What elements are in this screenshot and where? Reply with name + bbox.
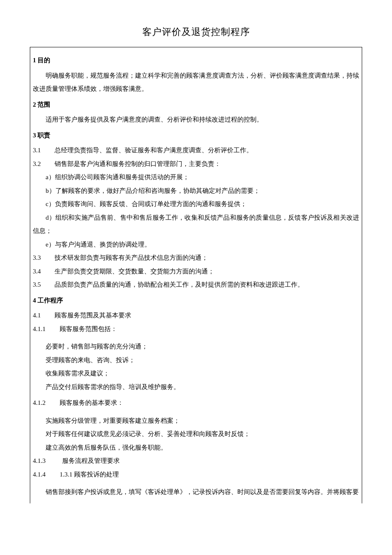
list-411-item: 收集顾客需求及建议； — [33, 367, 359, 381]
sub-item-a: a）组织协调公司顾客沟通和服务提供活动的开展； — [33, 171, 359, 184]
item-number: 3.2 — [33, 157, 48, 171]
item-text: 服务流程及管理要求 — [62, 454, 359, 468]
list-412-item: 建立高效的售后服务队伍，强化服务职能。 — [33, 441, 359, 455]
item-number: 4.1.3 — [33, 454, 53, 468]
item-text: 顾客服务范围及其基本要求 — [55, 309, 359, 323]
item-number: 3.5 — [33, 278, 48, 292]
item-number: 3.4 — [33, 265, 48, 279]
section-1-body: 明确服务职能，规范服务流程；建立科学和完善的顾客满意度调查方法，分析、评价顾客满… — [33, 69, 359, 96]
item-number: 4.1.4 — [33, 468, 53, 482]
item-text: 1.3.1 顾客投诉的处理 — [60, 468, 359, 482]
item-3-3: 3.3 技术研发部负责与顾客有关产品技术信息方面的沟通； — [33, 251, 359, 265]
document-body-frame: 1 目的 明确服务职能，规范服务流程；建立科学和完善的顾客满意度调查方法，分析、… — [30, 47, 362, 503]
item-text: 顾客服务范围包括： — [60, 323, 359, 336]
list-412-item: 对于顾客任何建议或意见必须记录、分析、妥善处理和向顾客及时反馈； — [33, 427, 359, 441]
item-text: 顾客服务的基本要求： — [60, 396, 359, 410]
item-text: 生产部负责交货期限、交货数量、交货能力方面的沟通； — [55, 265, 359, 279]
item-3-5: 3.5 品质部负责产品质量的沟通，协助配合相关工作，及时提供所需的资料和改进跟进… — [33, 278, 359, 292]
section-1-heading: 1 目的 — [33, 54, 359, 67]
body-4-1-4: 销售部接到客户投诉或意见，填写《客诉处理单》，记录投诉内容、时间以及是否需要回复… — [33, 485, 359, 499]
sub-item-d: d）组织和实施产品售前、售中和售后服务工作，收集和反馈产品和服务的质量信息，反馈… — [33, 211, 359, 238]
item-4-1-1: 4.1.1 顾客服务范围包括： — [33, 323, 359, 336]
list-411-item: 受理顾客的来电、咨询、投诉； — [33, 354, 359, 367]
document-title: 客户评价及退货控制程序 — [30, 26, 362, 38]
item-3-4: 3.4 生产部负责交货期限、交货数量、交货能力方面的沟通； — [33, 265, 359, 279]
section-3-heading: 3 职责 — [33, 129, 359, 142]
item-text: 总经理负责指导、监督、验证服务和客户满意度调查、分析评价工作。 — [55, 144, 359, 157]
list-411-item: 必要时，销售部与顾客的充分沟通； — [33, 340, 359, 354]
item-number: 3.1 — [33, 144, 48, 157]
list-411-item: 产品交付后顾客需求的指导、培训及维护服务。 — [33, 381, 359, 394]
item-4-1: 4.1 顾客服务范围及其基本要求 — [33, 309, 359, 323]
item-3-2: 3.2 销售部是客户沟通和服务控制的归口管理部门，主要负责： — [33, 157, 359, 171]
item-text: 销售部是客户沟通和服务控制的归口管理部门，主要负责： — [55, 157, 359, 171]
item-number: 4.1 — [33, 309, 48, 323]
sub-item-e: e）与客户沟通退、换货的协调处理。 — [33, 238, 359, 252]
sub-item-b: b）了解顾客的要求，做好产品介绍和咨询服务，协助其确定对产品的需要； — [33, 184, 359, 198]
item-number: 4.1.1 — [33, 323, 53, 336]
item-text: 品质部负责产品质量的沟通，协助配合相关工作，及时提供所需的资料和改进跟进工作。 — [55, 278, 359, 292]
list-412-item: 实施顾客分级管理，对重要顾客建立服务档案； — [33, 414, 359, 428]
sub-item-c: c）负责顾客询问、顾客反馈、合同或订单处理方面的沟通和服务提供； — [33, 198, 359, 211]
section-4-heading: 4 工作程序 — [33, 294, 359, 307]
item-number: 3.3 — [33, 251, 48, 265]
document-page: 客户评价及退货控制程序 1 目的 明确服务职能，规范服务流程；建立科学和完善的顾… — [0, 0, 392, 520]
item-number: 4.1.2 — [33, 396, 53, 410]
item-3-1: 3.1 总经理负责指导、监督、验证服务和客户满意度调查、分析评价工作。 — [33, 144, 359, 157]
item-4-1-4: 4.1.4 1.3.1 顾客投诉的处理 — [33, 468, 359, 482]
item-4-1-2: 4.1.2 顾客服务的基本要求： — [33, 396, 359, 410]
item-4-1-3: 4.1.3 服务流程及管理要求 — [33, 454, 359, 468]
section-2-body: 适用于客户服务提供及客户满意度的调查、分析评价和持续改进过程的控制。 — [33, 113, 359, 127]
section-2-heading: 2 范围 — [33, 99, 359, 111]
item-text: 技术研发部负责与顾客有关产品技术信息方面的沟通； — [55, 251, 359, 265]
